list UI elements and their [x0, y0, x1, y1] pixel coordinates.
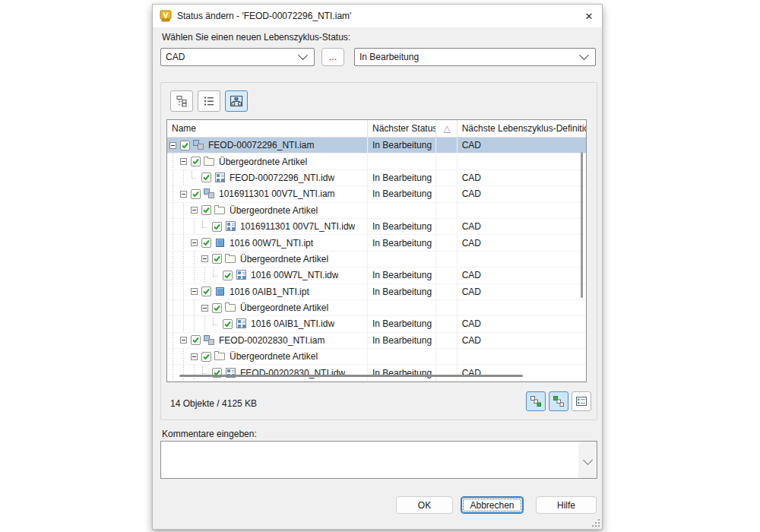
row-checkbox[interactable]	[191, 157, 201, 166]
name-cell: Übergeordnete Artikel	[167, 252, 368, 267]
tree-elbow-icon	[202, 366, 207, 374]
lifecycle-definition-cell	[458, 349, 586, 364]
tree-row[interactable]: FEOD-00202830_NTI.idwIn BearbeitungCAD	[167, 365, 586, 381]
tree-row[interactable]: Übergeordnete Artikel	[167, 154, 586, 169]
help-button[interactable]: Hilfe	[536, 496, 597, 514]
tree-row[interactable]: 1016911301 00V7L_NTI.idwIn BearbeitungCA…	[167, 219, 586, 235]
tree-row[interactable]: 1016 00W7L_NTI.idwIn BearbeitungCAD	[167, 268, 586, 283]
file-name: Übergeordnete Artikel	[240, 302, 328, 313]
collapse-expander-icon[interactable]	[191, 353, 198, 360]
warning-cell	[436, 138, 458, 153]
row-checkbox[interactable]	[201, 173, 211, 182]
file-name: FEOD-00072296_NTI.iam	[208, 140, 314, 150]
include-children-button[interactable]	[526, 391, 546, 411]
row-checkbox[interactable]	[201, 352, 211, 362]
column-header-lifecycle-definition[interactable]: Nächste Lebenszyklus-Definition	[458, 120, 586, 137]
lifecycle-table: Name Nächster Status △ Nächste Lebenszyk…	[166, 119, 587, 382]
view-toolbar	[170, 90, 248, 112]
tree-guide	[191, 219, 201, 234]
collapse-expander-icon[interactable]	[180, 158, 187, 165]
next-status-cell	[368, 203, 436, 218]
tree-row[interactable]: Übergeordnete Artikel	[167, 203, 586, 219]
collapse-expander-icon[interactable]	[191, 239, 198, 246]
file-name: Übergeordnete Artikel	[230, 351, 318, 362]
collapse-expander-icon[interactable]	[191, 207, 198, 214]
tree-guide	[169, 333, 180, 348]
tree-row[interactable]: 1016 0AIB1_NTI.idwIn BearbeitungCAD	[167, 316, 586, 332]
row-checkbox[interactable]	[201, 205, 211, 215]
table-header: Name Nächster Status △ Nächste Lebenszyk…	[167, 120, 586, 138]
cancel-button[interactable]: Abbrechen	[461, 496, 524, 514]
collapse-expander-icon[interactable]	[180, 337, 187, 344]
close-icon[interactable]: ✕	[576, 5, 602, 27]
tree-row[interactable]: 1016911301 00V7L_NTI.iamIn BearbeitungCA…	[167, 186, 586, 202]
collapse-expander-icon[interactable]	[191, 288, 198, 295]
row-checkbox[interactable]	[223, 271, 233, 280]
folder-file-icon	[225, 254, 237, 264]
warning-cell	[436, 333, 458, 348]
file-name: Übergeordnete Artikel	[219, 157, 307, 167]
horizontal-scrollbar[interactable]	[179, 375, 523, 377]
include-parents-button[interactable]	[549, 391, 568, 411]
tree-row[interactable]: 1016 00W7L_NTI.iptIn BearbeitungCAD	[167, 235, 586, 251]
component-view-button[interactable]	[225, 90, 248, 112]
lifecycle-definition-cell: CAD	[458, 268, 586, 283]
lifecycle-definition-select[interactable]: CAD	[160, 48, 315, 66]
tree-elbow-icon	[202, 220, 207, 228]
row-checkbox[interactable]	[191, 335, 201, 345]
tree-guide	[169, 268, 180, 283]
tree-row[interactable]: 1016 0AIB1_NTI.iptIn BearbeitungCAD	[167, 284, 586, 300]
column-header-warning[interactable]: △	[436, 120, 458, 137]
vertical-scrollbar[interactable]	[581, 152, 583, 298]
folder-file-icon	[225, 302, 237, 313]
row-checkbox[interactable]	[212, 222, 222, 232]
next-status-cell: In Bearbeitung	[368, 235, 436, 250]
tree-guide	[169, 316, 180, 331]
file-name: 1016 00W7L_NTI.idw	[251, 270, 338, 280]
tree-row[interactable]: Übergeordnete Artikel	[167, 252, 586, 268]
file-name: FEOD-00072296_NTI.idw	[230, 173, 334, 183]
tree-guide	[191, 365, 201, 380]
new-status-select[interactable]: In Bearbeitung	[354, 48, 596, 66]
row-checkbox[interactable]	[201, 238, 211, 248]
comment-input[interactable]	[161, 442, 578, 478]
tree-guide	[201, 316, 212, 331]
row-checkbox[interactable]	[180, 141, 190, 150]
row-checkbox[interactable]	[223, 319, 233, 329]
vault-app-icon	[160, 10, 172, 22]
tree-guide	[169, 235, 180, 250]
tree-row[interactable]: FEOD-00202830_NTI.iamIn BearbeitungCAD	[167, 333, 586, 349]
warning-cell	[436, 219, 458, 234]
tree-guide	[191, 316, 201, 331]
warning-cell	[436, 235, 458, 250]
tree-row[interactable]: FEOD-00072296_NTI.iamIn BearbeitungCAD	[167, 138, 586, 154]
row-checkbox[interactable]	[191, 189, 201, 199]
tree-row[interactable]: FEOD-00072296_NTI.idwIn BearbeitungCAD	[167, 170, 586, 186]
tree-row[interactable]: Übergeordnete Artikel	[167, 300, 586, 316]
row-checkbox[interactable]	[201, 287, 211, 296]
collapse-expander-icon[interactable]	[180, 191, 187, 198]
next-status-cell: In Bearbeitung	[368, 219, 436, 234]
row-checkbox[interactable]	[212, 254, 222, 264]
resize-grip-icon[interactable]	[592, 519, 600, 527]
list-view-button[interactable]	[198, 90, 220, 112]
column-header-next-status[interactable]: Nächster Status	[368, 120, 436, 137]
browse-button[interactable]: ...	[321, 48, 344, 66]
comment-dropdown-button[interactable]	[578, 442, 597, 478]
collapse-expander-icon[interactable]	[201, 255, 208, 262]
details-view-button[interactable]	[572, 391, 591, 411]
tree-row[interactable]: Übergeordnete Artikel	[167, 349, 586, 365]
tree-view-button[interactable]	[170, 90, 193, 112]
collapse-expander-icon[interactable]	[169, 142, 176, 149]
next-status-cell: In Bearbeitung	[368, 268, 436, 283]
ok-button[interactable]: OK	[396, 496, 453, 514]
warning-cell	[436, 284, 458, 299]
column-header-name[interactable]: Name	[167, 120, 368, 137]
lifecycle-definition-cell	[458, 203, 586, 218]
idw-file-icon	[214, 173, 226, 183]
row-checkbox[interactable]	[212, 303, 222, 313]
tree-guide	[169, 170, 180, 185]
collapse-expander-icon[interactable]	[201, 305, 208, 312]
ipt-file-icon	[214, 238, 226, 249]
name-cell: Übergeordnete Artikel	[167, 203, 368, 218]
